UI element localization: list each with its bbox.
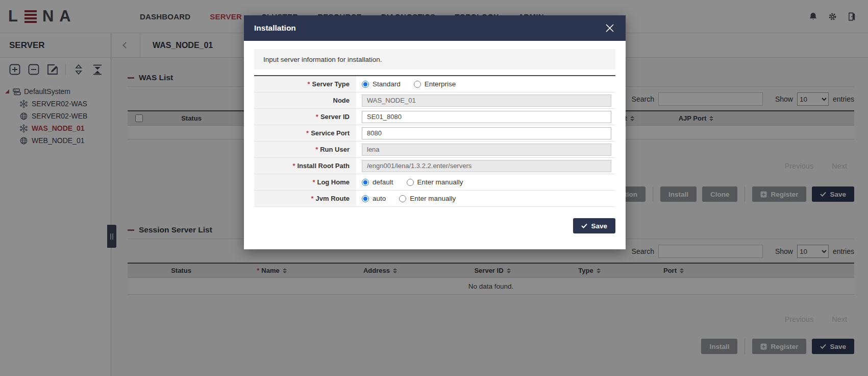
server-id-field[interactable]	[362, 111, 611, 123]
modal-info-message: Input server information for installatio…	[254, 49, 615, 69]
node-field	[362, 95, 611, 107]
field-label: Server ID	[320, 113, 350, 121]
form-row-server-type: *Server Type Standard Enterprise	[254, 76, 615, 92]
field-label: Install Root Path	[297, 162, 350, 170]
install-root-path-field	[362, 160, 611, 172]
jvm-route-auto-radio[interactable]	[362, 195, 369, 202]
field-label: Server Type	[312, 80, 350, 88]
field-label: Run User	[320, 146, 350, 153]
jvm-route-auto-option[interactable]: auto	[362, 195, 386, 202]
field-label: Jvm Route	[316, 195, 350, 202]
server-type-standard-option[interactable]: Standard	[362, 80, 401, 88]
form-row-service-port: *Service Port	[254, 125, 615, 142]
log-home-manual-radio[interactable]	[407, 179, 414, 186]
service-port-field[interactable]	[362, 127, 611, 139]
field-label: Node	[333, 97, 350, 104]
check-icon	[581, 223, 587, 228]
close-icon[interactable]	[604, 22, 615, 34]
modal-title: Installation	[254, 24, 296, 33]
server-type-enterprise-option[interactable]: Enterprise	[414, 80, 456, 88]
field-label: Log Home	[317, 178, 350, 186]
jvm-route-manual-radio[interactable]	[399, 195, 406, 202]
log-home-default-option[interactable]: default	[362, 178, 393, 186]
form-row-server-id: *Server ID	[254, 109, 615, 125]
server-type-enterprise-radio[interactable]	[414, 81, 421, 88]
installation-form: *Server Type Standard Enterprise Node	[254, 75, 615, 207]
modal-header: Installation	[244, 15, 626, 41]
form-row-node: Node	[254, 92, 615, 109]
run-user-field	[362, 144, 611, 156]
modal-save-button[interactable]: Save	[573, 218, 615, 233]
log-home-default-radio[interactable]	[362, 179, 369, 186]
form-row-run-user: *Run User	[254, 142, 615, 158]
jvm-route-manual-option[interactable]: Enter manually	[399, 195, 456, 202]
server-type-standard-radio[interactable]	[362, 81, 369, 88]
installation-modal: Installation Input server information fo…	[244, 15, 626, 249]
log-home-manual-option[interactable]: Enter manually	[407, 178, 463, 186]
form-row-jvm-route: *Jvm Route auto Enter manually	[254, 191, 615, 207]
field-label: Service Port	[311, 129, 350, 137]
form-row-log-home: *Log Home default Enter manually	[254, 174, 615, 191]
form-row-install-root-path: *Install Root Path	[254, 158, 615, 174]
